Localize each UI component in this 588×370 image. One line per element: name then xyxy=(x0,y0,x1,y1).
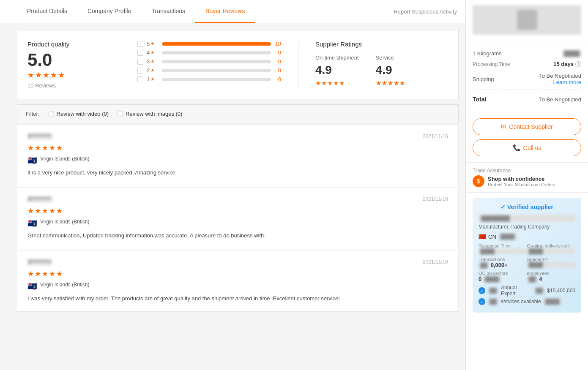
contact-supplier-label: Contact Supplier xyxy=(509,123,553,130)
rev1-star-4: ★ xyxy=(49,144,55,152)
tab-transactions[interactable]: Transactions xyxy=(141,0,195,23)
call-us-button[interactable]: 📞 Call us xyxy=(473,139,581,156)
bar-row-5[interactable]: 5 ★ 10 xyxy=(137,41,281,47)
bar-checkbox-4[interactable] xyxy=(137,50,143,56)
quantity-value: ████ xyxy=(562,50,581,57)
verified-space-value: ████ xyxy=(527,262,576,268)
avatar-inner xyxy=(517,10,537,30)
on-time-star-3: ★ xyxy=(327,79,333,87)
verified-export-prefix: ██ xyxy=(488,288,498,294)
filter-review-images[interactable]: Review with images (0) xyxy=(117,111,182,117)
filter-review-video[interactable]: Review with video (0) xyxy=(48,111,109,117)
reviewer-block-1: 🇻🇬 Virgin Islands (British) xyxy=(27,156,448,165)
bar-row-1[interactable]: 1 ★ 0 xyxy=(137,76,281,82)
rev1-star-5: ★ xyxy=(56,144,63,152)
reviewer-name-3: P********* xyxy=(27,259,52,265)
tab-company-profile[interactable]: Company Profile xyxy=(77,0,142,23)
sidebar-pricing: 1 Kilograms ████ Processing Time 15 days… xyxy=(466,44,588,112)
service-stars: ★ ★ ★ ★ ★ xyxy=(376,79,405,87)
reviewer-location-3: Virgin Islands (British) xyxy=(40,282,89,288)
bar-checkbox-2[interactable] xyxy=(137,68,143,73)
supplier-ratings-title: Supplier Ratings xyxy=(315,41,416,48)
reviewer-info-3: P********* xyxy=(27,259,52,265)
bar-label-3: 3 ★ xyxy=(147,58,159,65)
on-time-star-4: ★ xyxy=(333,79,339,87)
review-date-3: 2021/11/16 xyxy=(423,259,448,265)
bar-label-5: 5 ★ xyxy=(147,41,159,47)
bar-checkbox-5[interactable] xyxy=(137,41,143,47)
verified-inspectors-suffix: ████ xyxy=(483,276,501,282)
filter-radio-video[interactable] xyxy=(48,111,54,117)
trade-protect-label: Protect Your Alibaba.com Orders xyxy=(488,182,555,187)
bar-count-3: 0 xyxy=(274,58,281,65)
reviewer-detail-1: Virgin Islands (British) xyxy=(40,156,89,162)
bar-row-4[interactable]: 4 ★ 0 xyxy=(137,49,281,56)
verified-export-value: $15,400,000 xyxy=(547,288,575,294)
info-icon[interactable]: i xyxy=(575,61,581,67)
reviewer-name-2: P********* xyxy=(27,196,52,202)
trade-assurance-section: Trade Assurance $ Shop with confidence P… xyxy=(466,162,588,193)
service-star-1: ★ xyxy=(376,79,381,87)
learn-more-link[interactable]: Learn more xyxy=(539,79,581,85)
service-star-5: ★ xyxy=(399,79,405,87)
on-time-star-5: ★ xyxy=(339,79,345,87)
tab-buyer-reviews[interactable]: Buyer Reviews xyxy=(195,0,255,23)
verified-delivery-value: ████ xyxy=(527,248,576,254)
service-star-4: ★ xyxy=(394,79,399,87)
star-3: ★ xyxy=(43,71,49,80)
bar-checkbox-1[interactable] xyxy=(137,76,143,82)
verified-services-value: ████ xyxy=(544,299,561,305)
bar-label-2: 2 ★ xyxy=(147,67,159,73)
verified-transactions-prefix: ██ xyxy=(479,262,489,268)
filter-images-label: Review with images (0) xyxy=(126,111,182,117)
rev3-star-1: ★ xyxy=(27,269,34,278)
on-time-label: On-time shipment xyxy=(315,54,359,61)
info-divider-1 xyxy=(473,70,581,70)
verified-transactions-label: Transactions xyxy=(479,257,527,262)
reviewer-flag-1: 🇻🇬 xyxy=(27,156,37,165)
review-stars-3: ★ ★ ★ ★ ★ xyxy=(27,269,448,278)
on-time-stars: ★ ★ ★ ★ ★ xyxy=(315,79,359,87)
verified-type: Manufacturer,Trading Company xyxy=(479,224,575,230)
verified-inspectors-col: QC inspectors 0 ████ xyxy=(479,271,527,282)
filter-label: Filter: xyxy=(26,111,40,117)
product-image xyxy=(473,5,581,35)
contact-supplier-button[interactable]: ✉ Contact Supplier xyxy=(473,118,581,135)
star-2: ★ xyxy=(35,71,42,80)
review-text-1: It is a very nice product, very nicely p… xyxy=(27,169,448,177)
verified-check-icon: ✓ xyxy=(500,204,506,210)
verified-stats-row-3: QC inspectors 0 ████ employees ██ 4 xyxy=(479,271,575,282)
bar-track-1 xyxy=(162,78,271,81)
bar-track-4 xyxy=(162,51,271,54)
reviewer-info-2: P********* xyxy=(27,196,52,202)
reviewer-block-2: 🇻🇬 Virgin Islands (British) xyxy=(27,219,448,228)
bar-count-1: 0 xyxy=(274,76,281,82)
filter-radio-images[interactable] xyxy=(117,111,123,117)
review-item-2: P********* 2021/11/16 ★ ★ ★ ★ ★ 🇻🇬 xyxy=(17,187,459,249)
verified-employees-value: ██ 4 xyxy=(527,276,576,282)
quality-stars: ★ ★ ★ ★ ★ xyxy=(27,71,120,80)
shipping-value: To Be Negotiated xyxy=(539,73,581,79)
bar-checkbox-3[interactable] xyxy=(137,59,143,65)
trade-text: Shop with confidence Protect Your Alibab… xyxy=(488,176,555,187)
verified-response-value: ████ xyxy=(479,248,527,254)
tab-product-details[interactable]: Product Details xyxy=(17,0,77,23)
verified-delivery-col: On-time delivery rate ████ xyxy=(527,243,576,254)
report-suspicious-link[interactable]: Report Suspicious Activity xyxy=(385,0,465,23)
verified-services-row: ✓ ██ services available ████ xyxy=(479,298,575,305)
bar-row-2[interactable]: 2 ★ 0 xyxy=(137,67,281,73)
rev3-star-3: ★ xyxy=(42,269,48,278)
verified-export-badge: ✓ xyxy=(479,287,485,294)
bar-track-2 xyxy=(162,69,271,72)
rev2-star-3: ★ xyxy=(42,207,48,215)
bar-fill-5 xyxy=(162,42,271,46)
verified-delivery-label: On-time delivery rate xyxy=(527,243,576,248)
action-buttons: ✉ Contact Supplier 📞 Call us xyxy=(466,112,588,162)
bar-row-3[interactable]: 3 ★ 0 xyxy=(137,58,281,65)
verified-employees-num: 4 xyxy=(539,276,542,282)
rev3-star-4: ★ xyxy=(49,269,55,278)
verified-inspectors-value: 0 ████ xyxy=(479,276,527,282)
processing-row: Processing Time 15 days i xyxy=(473,61,581,67)
trade-body: $ Shop with confidence Protect Your Alib… xyxy=(473,175,581,187)
quantity-label: 1 Kilograms xyxy=(473,50,502,57)
